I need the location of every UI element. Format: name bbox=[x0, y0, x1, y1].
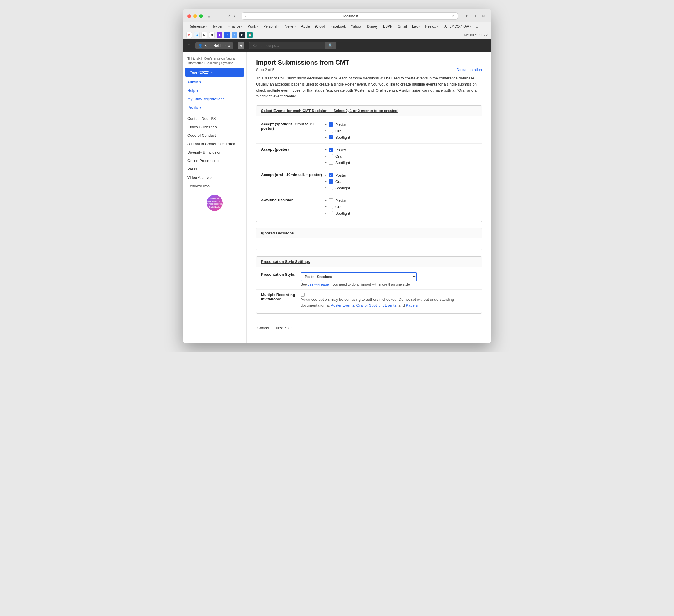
sidebar-item-contact[interactable]: Contact NeurIPS bbox=[183, 114, 246, 123]
wiki-link[interactable]: this wiki page bbox=[308, 282, 329, 287]
papers-link[interactable]: Papers bbox=[406, 303, 418, 307]
option-spotlight-unchecked: Spotlight bbox=[325, 159, 350, 166]
bookmark-finance[interactable]: Finance ▾ bbox=[226, 24, 245, 29]
bookmark-espn[interactable]: ESPN bbox=[381, 24, 395, 29]
bookmark-icloud[interactable]: iCloud bbox=[313, 24, 327, 29]
user-icon: 👤 bbox=[198, 44, 203, 48]
sidebar-item-conduct[interactable]: Code of Conduct bbox=[183, 131, 246, 140]
sidebar-item-profile[interactable]: Profile ▾ bbox=[183, 103, 246, 112]
bookmark-facebook[interactable]: Facebook bbox=[328, 24, 348, 29]
close-button[interactable] bbox=[188, 14, 191, 18]
purple-favicon[interactable]: ◆ bbox=[217, 32, 222, 38]
user-expand-button[interactable]: ▾ bbox=[238, 42, 244, 49]
toolbar-right: ⬆ + ⧉ bbox=[463, 13, 486, 19]
checkbox-spotlight[interactable] bbox=[329, 186, 333, 190]
more-bookmarks-button[interactable]: » bbox=[474, 24, 480, 29]
bookmark-reference[interactable]: Reference ▾ bbox=[186, 24, 209, 29]
sidebar-item-video[interactable]: Video Archives bbox=[183, 173, 246, 182]
style-select[interactable]: Poster Sessions Oral Sessions Spotlight … bbox=[301, 272, 417, 281]
bookmark-label: Yahoo! bbox=[351, 24, 362, 28]
checkbox-poster[interactable]: ✓ bbox=[329, 148, 333, 152]
sidebar-item-diversity[interactable]: Diversity & Inclusion bbox=[183, 148, 246, 156]
sidebar: Thirty-sixth Conference on Neural Inform… bbox=[183, 52, 247, 343]
notion-favicon[interactable]: N bbox=[201, 32, 207, 38]
bookmark-firefox[interactable]: Firefox ▾ bbox=[423, 24, 441, 29]
teal-favicon[interactable]: ⏰ bbox=[247, 32, 253, 38]
event-options-oral: ✓ Poster ✓ Oral Spotlight bbox=[325, 172, 350, 191]
select-events-section: Select Events for each CMT Decision — Se… bbox=[256, 105, 482, 222]
sidebar-item-exhibitor[interactable]: Exhibitor Info bbox=[183, 182, 246, 190]
decision-label-poster: Accept (poster) bbox=[261, 147, 325, 152]
option-spotlight-unchecked: Spotlight bbox=[325, 185, 350, 191]
sidebar-item-mystuff[interactable]: My Stuff/Registrations bbox=[183, 95, 246, 103]
bookmark-work[interactable]: Work ▾ bbox=[245, 24, 260, 29]
option-label: Poster bbox=[335, 173, 346, 177]
home-icon[interactable]: ⌂ bbox=[188, 42, 191, 48]
poster-events-link[interactable]: Poster Events bbox=[331, 303, 354, 307]
sidebar-item-admin[interactable]: Admin ▾ bbox=[183, 78, 246, 87]
checkbox-oral[interactable] bbox=[329, 129, 333, 133]
back-button[interactable]: ‹ bbox=[227, 13, 231, 19]
dropdown-button[interactable]: ⌄ bbox=[215, 13, 222, 19]
bookmark-disney[interactable]: Disney bbox=[365, 24, 380, 29]
checkbox-spotlight[interactable] bbox=[329, 161, 333, 165]
documentation-link[interactable]: Documentation bbox=[457, 67, 482, 72]
bookmark-news[interactable]: News ▾ bbox=[283, 24, 298, 29]
year-dropdown[interactable]: Year (2022) ▾ bbox=[185, 68, 244, 77]
checkbox-poster[interactable]: ✓ bbox=[329, 173, 333, 177]
checkbox-oral[interactable] bbox=[329, 154, 333, 158]
chevron-down-icon: ▾ bbox=[197, 89, 199, 93]
sidebar-item-press[interactable]: Press bbox=[183, 165, 246, 173]
browser-window: ⊞ ⌄ ‹ › 🛡 localhost ↺ ⬆ + ⧉ Reference ▾ … bbox=[183, 9, 491, 343]
nav-arrows: ‹ › bbox=[227, 13, 236, 19]
tabs-button[interactable]: ⧉ bbox=[480, 13, 486, 19]
checkbox-oral[interactable]: ✓ bbox=[329, 179, 333, 183]
option-poster-checked: ✓ Poster bbox=[325, 172, 350, 178]
search-button[interactable]: 🔍 bbox=[325, 42, 336, 49]
next-step-button[interactable]: Next Step bbox=[275, 324, 294, 332]
c-favicon[interactable]: C bbox=[194, 32, 200, 38]
checkbox-spotlight[interactable]: ✓ bbox=[329, 135, 333, 139]
lblue-favicon[interactable]: ✦ bbox=[232, 32, 237, 38]
chevron-down-icon: ▾ bbox=[199, 80, 201, 84]
checkbox-poster[interactable] bbox=[329, 198, 333, 202]
bookmark-personal[interactable]: Personal ▾ bbox=[261, 24, 282, 29]
sidebar-item-proceedings[interactable]: Online Proceedings bbox=[183, 156, 246, 165]
address-bar[interactable]: 🛡 localhost ↺ bbox=[241, 12, 458, 20]
bookmark-gmail[interactable]: Gmail bbox=[396, 24, 409, 29]
sidebar-item-journal[interactable]: Journal to Conference Track bbox=[183, 140, 246, 148]
checkbox-poster[interactable]: ✓ bbox=[329, 123, 333, 127]
decision-row-spotlight: Accept (spotlight - 5min talk + poster) … bbox=[256, 118, 482, 144]
multi-hint: Advanced option, may be confusing to aut… bbox=[301, 297, 477, 308]
cancel-button[interactable]: Cancel bbox=[256, 324, 270, 332]
share-button[interactable]: ⬆ bbox=[463, 13, 470, 19]
blue-favicon[interactable]: ✦ bbox=[224, 32, 230, 38]
sidebar-item-help[interactable]: Help ▾ bbox=[183, 87, 246, 95]
multi-recording-checkbox[interactable] bbox=[301, 293, 305, 297]
bookmark-ia-lmco[interactable]: IA / LMCO / FAA ▾ bbox=[441, 24, 474, 29]
maximize-button[interactable] bbox=[199, 14, 203, 18]
sidebar-item-ethics[interactable]: Ethics Guidelines bbox=[183, 123, 246, 131]
minimize-button[interactable] bbox=[193, 14, 197, 18]
bookmark-lax[interactable]: Lax ▾ bbox=[410, 24, 422, 29]
bookmark-twitter[interactable]: Twitter bbox=[210, 24, 225, 29]
notion2-favicon[interactable]: N bbox=[209, 32, 215, 38]
checkbox-oral[interactable] bbox=[329, 205, 333, 209]
user-dropdown[interactable]: 👤 Brian Nettleton » bbox=[195, 42, 233, 49]
help-label: Help bbox=[188, 89, 195, 93]
sidebar-toggle-button[interactable]: ⊞ bbox=[206, 13, 212, 19]
oral-spotlight-link[interactable]: Oral or Spotlight Events bbox=[356, 303, 397, 307]
checkbox-spotlight[interactable] bbox=[329, 211, 333, 215]
forward-button[interactable]: › bbox=[232, 13, 236, 19]
new-tab-button[interactable]: + bbox=[472, 13, 478, 19]
ignored-header: Ignored Decisions bbox=[256, 228, 482, 239]
search-input[interactable] bbox=[249, 42, 325, 49]
bookmark-label: iCloud bbox=[315, 24, 325, 28]
select-events-header: Select Events for each CMT Decision — Se… bbox=[256, 106, 482, 116]
bookmark-apple[interactable]: Apple bbox=[299, 24, 313, 29]
bookmark-yahoo[interactable]: Yahoo! bbox=[349, 24, 364, 29]
gmail-favicon[interactable]: M bbox=[186, 32, 192, 38]
reload-button[interactable]: ↺ bbox=[451, 14, 455, 18]
presentation-section: Presentation Style Settings Presentation… bbox=[256, 256, 482, 314]
dark-favicon[interactable]: ⊞ bbox=[239, 32, 245, 38]
